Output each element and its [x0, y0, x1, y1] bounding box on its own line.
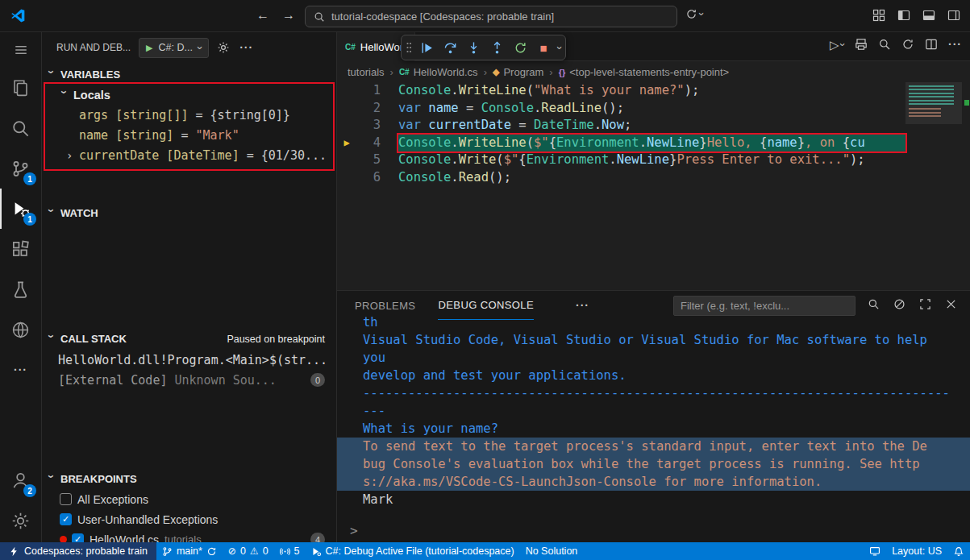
codespaces-icon	[9, 546, 19, 557]
bottom-panel: PROBLEMS DEBUG CONSOLE ···	[337, 290, 970, 542]
debug-console-output[interactable]: thVisual Studio Code, Visual Studio or V…	[337, 313, 970, 510]
screen-reader-item[interactable]	[864, 542, 886, 560]
toggle-panel-icon[interactable]	[922, 9, 935, 22]
variable-row[interactable]: args [string[]] = {string[0]}	[42, 105, 336, 125]
code-line[interactable]: 1Console.WriteLine("What is your name?")…	[337, 82, 970, 100]
variable-row[interactable]: name [string] = "Mark"	[42, 125, 336, 145]
code-line[interactable]: 2var name = Console.ReadLine();	[337, 100, 970, 118]
command-center-label: tutorial-codespace [Codespaces: probable…	[331, 10, 554, 23]
sidebar-item-search[interactable]	[0, 108, 41, 148]
line-number: 4	[356, 135, 381, 152]
search-editor-icon[interactable]	[878, 38, 891, 51]
print-icon[interactable]	[855, 38, 868, 51]
sidebar-item-explorer[interactable]	[0, 68, 41, 108]
code-line[interactable]: 6Console.Read();	[337, 169, 970, 187]
toggle-secondary-sidebar-icon[interactable]	[947, 9, 960, 22]
step-over-button[interactable]	[439, 37, 460, 58]
close-panel-icon[interactable]	[945, 298, 957, 310]
sidebar-item-remote-explorer[interactable]	[0, 309, 41, 350]
problems-status-item[interactable]: ⊘ 0 ⚠ 0	[223, 542, 274, 560]
start-debugging-icon[interactable]: ▶	[146, 43, 152, 53]
watch-section-label: WATCH	[60, 207, 98, 219]
chevron-down-icon: ›	[195, 46, 206, 49]
sidebar-item-run-and-debug[interactable]: 1	[0, 189, 41, 229]
maximize-panel-icon[interactable]	[919, 298, 931, 310]
solution-status-item[interactable]: No Solution	[520, 542, 584, 560]
toolbar-drag-grip[interactable]	[406, 41, 412, 54]
chevron-expanded-icon: ›	[45, 209, 58, 218]
call-stack-frame[interactable]: HelloWorld.dll!Program.<Main>$(str...	[42, 350, 336, 370]
breakpoint-checkbox[interactable]: ✓	[60, 513, 72, 525]
keyboard-layout-item[interactable]: Layout: US	[886, 542, 947, 560]
refresh-icon[interactable]	[901, 38, 914, 51]
settings-button[interactable]	[0, 500, 41, 541]
continue-button[interactable]	[416, 37, 437, 58]
menu-button[interactable]	[0, 32, 41, 68]
restart-button[interactable]	[510, 37, 531, 58]
variables-section-label: VARIABLES	[60, 68, 120, 81]
sidebar-item-extensions[interactable]	[0, 229, 41, 269]
git-branch-icon	[162, 546, 173, 557]
variable-row[interactable]: ›currentDate [DateTime] = {01/30...	[42, 145, 336, 165]
search-icon	[314, 11, 325, 23]
ports-status-item[interactable]: 5	[274, 542, 306, 560]
glyph-margin	[337, 117, 356, 135]
step-into-button[interactable]	[463, 37, 484, 58]
sidebar-item-source-control[interactable]: 1	[0, 148, 41, 189]
split-editor-icon[interactable]	[925, 38, 938, 51]
sidebar-item-testing[interactable]	[0, 269, 41, 309]
breadcrumb-label: <top-level-statements-entry-point>	[569, 66, 729, 78]
customize-layout-icon[interactable]	[872, 9, 885, 22]
remote-indicator[interactable]: Codespaces: probable train	[0, 542, 156, 560]
accounts-button[interactable]: 2	[0, 460, 41, 500]
step-out-button[interactable]	[486, 37, 507, 58]
additional-views-button[interactable]: ···	[0, 350, 41, 390]
frame-label: HelloWorld.dll!Program.<Main>$(str...	[58, 353, 327, 367]
breadcrumb-label: tutorials	[348, 66, 385, 78]
breadcrumb-item[interactable]: tutorials	[348, 66, 385, 78]
console-input-row[interactable]: >	[350, 523, 358, 538]
branch-status-item[interactable]: main*	[156, 542, 223, 560]
code-line[interactable]: ▶4Console.WriteLine($"{Environment.NewLi…	[337, 135, 970, 152]
clear-console-icon[interactable]	[893, 298, 905, 310]
breakpoint-row[interactable]: ✓HelloWorld.cstutorials4	[42, 529, 336, 542]
debug-toolbar-dropdown-icon[interactable]: ›	[555, 46, 565, 49]
run-or-debug-button[interactable]: ▷ ›	[830, 39, 844, 51]
command-center-search[interactable]: tutorial-codespace [Codespaces: probable…	[305, 6, 677, 27]
navigate-forward-icon[interactable]: →	[282, 8, 295, 23]
views-more-actions-icon[interactable]: ···	[239, 41, 253, 54]
panel-more-tabs-icon[interactable]: ···	[576, 299, 589, 312]
call-stack-section-header[interactable]: › CALL STACK Paused on breakpoint	[42, 329, 336, 349]
debug-settings-gear-icon[interactable]	[217, 41, 230, 54]
watch-section-header[interactable]: › WATCH	[42, 203, 336, 223]
breakpoint-checkbox[interactable]	[60, 493, 72, 505]
stop-button[interactable]: ■	[533, 37, 554, 58]
navigate-back-icon[interactable]: ←	[256, 8, 269, 23]
code-line[interactable]: 5Console.Write($"{Environment.NewLine}Pr…	[337, 151, 970, 169]
breadcrumb-item[interactable]: C#HelloWorld.cs	[399, 66, 478, 78]
minimap[interactable]	[905, 82, 962, 195]
breakpoint-row[interactable]: ✓User-Unhandled Exceptions	[42, 509, 336, 529]
breadcrumb-item[interactable]: ◆Program	[493, 66, 543, 78]
panel-search-icon[interactable]	[868, 298, 880, 310]
solution-label: No Solution	[526, 545, 578, 557]
activity-bar: 1 1 ···	[0, 32, 42, 542]
hamburger-menu-icon	[14, 43, 28, 57]
code-editor[interactable]: 1Console.WriteLine("What is your name?")…	[337, 82, 970, 290]
locals-scope-row[interactable]: › Locals	[42, 85, 336, 105]
expand-chevron-icon[interactable]: ›	[66, 149, 79, 162]
breadcrumb-item[interactable]: {}<top-level-statements-entry-point>	[559, 66, 730, 78]
editor-more-actions-icon[interactable]: ···	[948, 38, 962, 51]
breakpoint-row[interactable]: All Exceptions	[42, 489, 336, 509]
notifications-bell[interactable]	[947, 542, 970, 560]
launch-configuration-dropdown[interactable]: ▶ C#: D... ›	[139, 38, 209, 58]
variables-section-header[interactable]: › VARIABLES	[42, 64, 336, 85]
remote-sync-button[interactable]: ›	[685, 8, 703, 20]
launch-configuration-label: C#: D...	[158, 42, 192, 53]
debug-status-item[interactable]: C#: Debug Active File (tutorial-codespac…	[306, 542, 520, 560]
toggle-primary-sidebar-icon[interactable]	[897, 9, 910, 22]
breakpoints-section-header[interactable]: › BREAKPOINTS	[42, 469, 336, 489]
code-line[interactable]: 3var currentDate = DateTime.Now;	[337, 117, 970, 135]
breakpoint-checkbox[interactable]: ✓	[72, 533, 84, 542]
call-stack-frame[interactable]: [External Code]Unknown Sou...0	[42, 370, 336, 390]
